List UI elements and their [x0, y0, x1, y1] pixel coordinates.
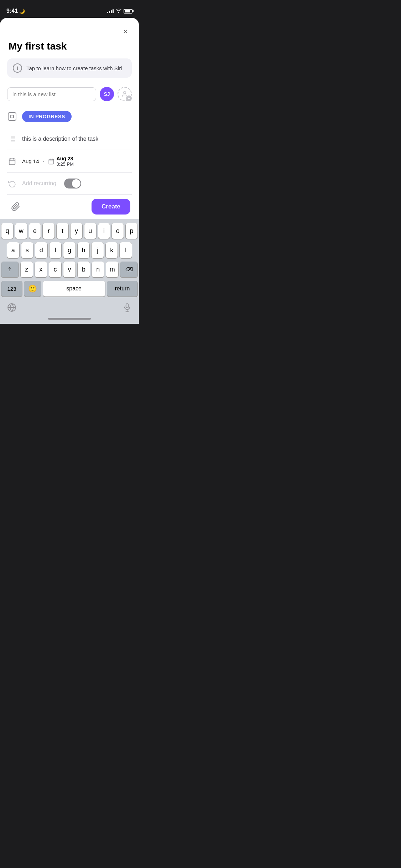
- info-icon: i: [13, 63, 22, 73]
- shift-key[interactable]: ⇧: [1, 262, 19, 277]
- key-f[interactable]: f: [50, 242, 62, 258]
- status-icon: [7, 112, 17, 122]
- battery-icon: [124, 9, 132, 14]
- svg-point-0: [124, 92, 126, 94]
- return-key[interactable]: return: [107, 281, 137, 296]
- recurring-toggle[interactable]: [64, 179, 81, 188]
- svg-rect-7: [9, 159, 15, 165]
- status-bar: 9:41 🌙: [0, 0, 139, 18]
- date-row: Aug 14 - Aug 28 3:25 PM: [7, 150, 132, 173]
- space-key[interactable]: space: [43, 281, 105, 296]
- number-key[interactable]: 123: [1, 281, 22, 296]
- keyboard-extra-row: [1, 300, 137, 316]
- siri-banner[interactable]: i Tap to learn how to create tasks with …: [7, 58, 132, 78]
- wifi-icon: [116, 8, 121, 14]
- date-group: Aug 14 - Aug 28 3:25 PM: [22, 156, 74, 167]
- status-row: IN PROGRESS: [7, 105, 132, 128]
- bottom-bar: Create: [7, 195, 132, 219]
- key-j[interactable]: j: [92, 242, 104, 258]
- keyboard-row-3: ⇧ z x c v b n m ⌫: [1, 262, 137, 277]
- key-z[interactable]: z: [21, 262, 33, 277]
- key-u[interactable]: u: [84, 223, 96, 239]
- end-date-line2: 3:25 PM: [57, 161, 74, 167]
- key-v[interactable]: v: [63, 262, 75, 277]
- key-p[interactable]: p: [126, 223, 137, 239]
- svg-rect-17: [126, 304, 129, 308]
- date-separator: -: [43, 158, 45, 164]
- recurring-label[interactable]: Add recurring: [22, 180, 56, 187]
- description-icon: [7, 134, 17, 144]
- avatar-sj[interactable]: SJ: [100, 87, 114, 101]
- end-date-block: Aug 28 3:25 PM: [57, 156, 74, 167]
- key-x[interactable]: x: [35, 262, 47, 277]
- key-a[interactable]: a: [7, 242, 19, 258]
- modal-header: ×: [7, 25, 132, 38]
- attach-button[interactable]: [9, 200, 23, 214]
- key-r[interactable]: r: [43, 223, 54, 239]
- task-modal: × My first task i Tap to learn how to cr…: [0, 18, 139, 219]
- status-icons: [107, 8, 132, 14]
- backspace-key[interactable]: ⌫: [120, 262, 137, 277]
- home-indicator: [1, 316, 137, 322]
- create-button[interactable]: Create: [92, 199, 130, 215]
- key-m[interactable]: m: [106, 262, 118, 277]
- recurring-row: Add recurring: [7, 173, 132, 195]
- close-button[interactable]: ×: [119, 25, 132, 38]
- list-row: SJ +: [7, 83, 132, 105]
- add-badge: +: [126, 95, 132, 101]
- add-person-button[interactable]: +: [118, 87, 132, 101]
- description-text[interactable]: this is a description of the task: [22, 136, 98, 142]
- recurring-icon: [7, 179, 17, 188]
- toggle-knob: [72, 179, 80, 188]
- keyboard-row-4: 123 🙂 space return: [1, 281, 137, 296]
- key-l[interactable]: l: [120, 242, 132, 258]
- end-date-group[interactable]: Aug 28 3:25 PM: [48, 156, 74, 167]
- siri-text: Tap to learn how to create tasks with Si…: [26, 65, 122, 71]
- key-n[interactable]: n: [92, 262, 104, 277]
- key-b[interactable]: b: [78, 262, 90, 277]
- time-label: 9:41: [6, 8, 18, 14]
- status-time: 9:41 🌙: [6, 8, 25, 14]
- key-q[interactable]: q: [1, 223, 13, 239]
- key-c[interactable]: c: [49, 262, 61, 277]
- signal-icon: [107, 9, 114, 13]
- end-date-icon: [48, 158, 54, 165]
- moon-icon: 🌙: [19, 9, 25, 14]
- key-w[interactable]: w: [15, 223, 27, 239]
- status-badge[interactable]: IN PROGRESS: [22, 111, 72, 122]
- key-e[interactable]: e: [29, 223, 41, 239]
- key-i[interactable]: i: [98, 223, 110, 239]
- key-s[interactable]: s: [21, 242, 33, 258]
- key-k[interactable]: k: [106, 242, 118, 258]
- key-g[interactable]: g: [63, 242, 75, 258]
- keyboard: q w e r t y u i o p a s d f g h j k l ⇧ …: [0, 219, 139, 324]
- globe-icon[interactable]: [7, 303, 16, 314]
- list-input[interactable]: [7, 87, 96, 101]
- key-d[interactable]: d: [35, 242, 47, 258]
- keyboard-row-2: a s d f g h j k l: [1, 242, 137, 258]
- key-t[interactable]: t: [57, 223, 68, 239]
- start-date-icon: [7, 156, 17, 166]
- svg-rect-11: [49, 159, 54, 164]
- description-row: this is a description of the task: [7, 128, 132, 150]
- key-h[interactable]: h: [78, 242, 90, 258]
- home-bar: [48, 318, 91, 320]
- keyboard-row-1: q w e r t y u i o p: [1, 223, 137, 239]
- emoji-key[interactable]: 🙂: [24, 281, 41, 296]
- end-date-line1: Aug 28: [57, 156, 74, 161]
- task-title: My first task: [7, 41, 132, 52]
- start-date[interactable]: Aug 14: [22, 158, 39, 164]
- key-o[interactable]: o: [112, 223, 124, 239]
- key-y[interactable]: y: [71, 223, 82, 239]
- mic-icon[interactable]: [123, 303, 132, 314]
